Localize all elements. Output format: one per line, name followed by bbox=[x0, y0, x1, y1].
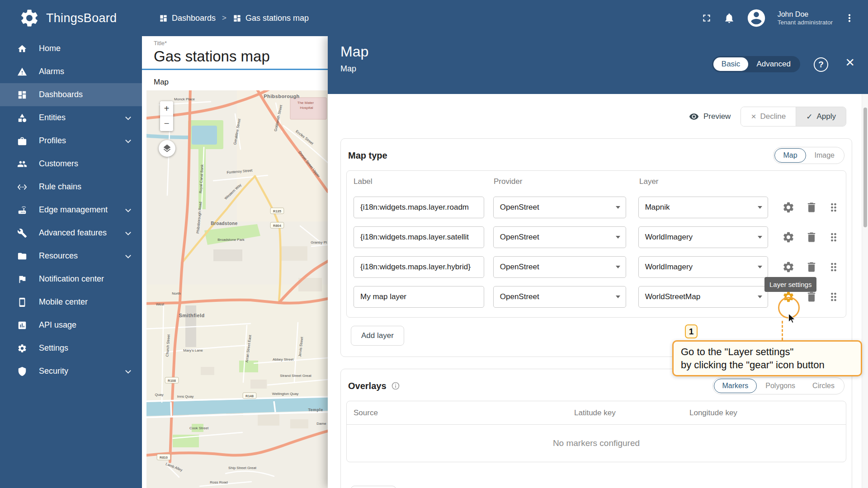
dashboards-icon bbox=[159, 14, 168, 23]
add-marker-button[interactable] bbox=[351, 486, 396, 488]
scrollbar[interactable] bbox=[862, 94, 868, 488]
mode-basic[interactable]: Basic bbox=[713, 57, 749, 71]
trash-icon bbox=[805, 261, 818, 273]
provider-select[interactable]: OpenStreet bbox=[493, 197, 626, 218]
breadcrumb-current[interactable]: Gas stations map bbox=[233, 14, 309, 23]
drag-handle[interactable] bbox=[825, 288, 843, 306]
layer-select[interactable]: Mapnik bbox=[638, 197, 768, 218]
drag-indicator-icon bbox=[827, 261, 840, 273]
fullscreen-icon bbox=[701, 12, 712, 24]
svg-text:Phibsborough: Phibsborough bbox=[264, 94, 299, 99]
map-type-heading: Map type bbox=[348, 150, 387, 161]
layer-label-field[interactable] bbox=[354, 197, 484, 218]
dropdown-arrow-icon bbox=[616, 236, 620, 239]
toggle-circles[interactable]: Circles bbox=[804, 379, 843, 393]
layer-select[interactable]: WorldImagery bbox=[638, 226, 768, 248]
svg-text:Wellington Quay: Wellington Quay bbox=[272, 392, 299, 396]
provider-select[interactable]: OpenStreet bbox=[493, 226, 626, 248]
dropdown-arrow-icon bbox=[758, 296, 762, 298]
layer-select[interactable]: WorldStreetMap bbox=[638, 286, 768, 308]
table-row: OpenStreet Mapnik bbox=[347, 192, 846, 222]
more-menu-button[interactable] bbox=[844, 12, 855, 24]
delete-layer-button[interactable] bbox=[802, 258, 821, 276]
entities-icon bbox=[17, 113, 27, 123]
sidebar-item-entities[interactable]: Entities bbox=[0, 106, 142, 129]
close-icon[interactable]: × bbox=[845, 54, 854, 70]
preview-button[interactable]: Preview bbox=[689, 112, 731, 122]
svg-text:North: North bbox=[172, 291, 181, 296]
fullscreen-button[interactable] bbox=[701, 12, 712, 24]
chevron-down-icon bbox=[125, 137, 131, 143]
sidebar-item-notification-center[interactable]: Notification center bbox=[0, 267, 142, 291]
dropdown-arrow-icon bbox=[616, 266, 620, 268]
drag-handle[interactable] bbox=[825, 228, 843, 246]
svg-text:R810: R810 bbox=[160, 455, 168, 460]
account-circle-icon bbox=[746, 8, 767, 28]
drag-handle[interactable] bbox=[825, 258, 843, 276]
help-button[interactable]: ? bbox=[814, 57, 828, 72]
decline-button[interactable]: × Decline bbox=[741, 107, 796, 126]
sidebar-item-advanced-features[interactable]: Advanced features bbox=[0, 221, 142, 244]
layer-label-field[interactable] bbox=[354, 286, 484, 308]
add-layer-button[interactable]: Add layer bbox=[351, 326, 404, 346]
toggle-polygons[interactable]: Polygons bbox=[757, 379, 804, 393]
sidebar-item-security[interactable]: Security bbox=[0, 360, 142, 383]
chart-icon bbox=[17, 320, 27, 330]
dashboard-title-field[interactable]: Title* Gas stations map bbox=[142, 36, 328, 70]
sidebar-item-customers[interactable]: Customers bbox=[0, 152, 142, 175]
chevron-down-icon bbox=[125, 206, 131, 212]
warning-icon bbox=[17, 67, 27, 77]
apply-button[interactable]: ✓ Apply bbox=[796, 107, 846, 126]
app-window: ThingsBoard Dashboards > Gas stations ma… bbox=[0, 0, 868, 488]
toggle-image[interactable]: Image bbox=[806, 148, 843, 163]
sidebar-item-settings[interactable]: Settings bbox=[0, 337, 142, 360]
provider-select[interactable]: OpenStreet bbox=[493, 286, 626, 308]
zoom-out-button[interactable]: − bbox=[160, 116, 173, 131]
annotation-step-badge: 1 bbox=[685, 324, 698, 338]
scrollbar-thumb[interactable] bbox=[863, 108, 867, 227]
layer-label-field[interactable] bbox=[354, 226, 484, 248]
sidebar-item-resources[interactable]: Resources bbox=[0, 244, 142, 267]
layer-select[interactable]: WorldImagery bbox=[638, 256, 768, 278]
toggle-map[interactable]: Map bbox=[774, 148, 806, 163]
sidebar-item-home[interactable]: Home bbox=[0, 37, 142, 60]
zoom-in-button[interactable]: + bbox=[160, 101, 173, 116]
layer-settings-button[interactable] bbox=[780, 228, 798, 246]
delete-layer-button[interactable] bbox=[802, 198, 821, 216]
sidebar-item-mobile-center[interactable]: Mobile center bbox=[0, 291, 142, 314]
drag-indicator-icon bbox=[827, 201, 840, 214]
sidebar-item-dashboards[interactable]: Dashboards bbox=[0, 83, 142, 106]
cursor-icon bbox=[786, 313, 798, 324]
map-layers-button[interactable] bbox=[159, 140, 175, 157]
svg-text:Ship Street Great: Ship Street Great bbox=[228, 466, 257, 470]
check-icon: ✓ bbox=[806, 112, 812, 122]
drag-handle[interactable] bbox=[825, 198, 843, 216]
sidebar-item-profiles[interactable]: Profiles bbox=[0, 129, 142, 152]
map-widget[interactable]: PhibsboroughThe MaterHospitalMonck Place… bbox=[146, 90, 328, 488]
breadcrumb-dashboards[interactable]: Dashboards bbox=[159, 14, 216, 23]
folder-icon bbox=[17, 251, 27, 261]
svg-text:Ross Road: Ross Road bbox=[210, 480, 228, 484]
sidebar-item-alarms[interactable]: Alarms bbox=[0, 60, 142, 83]
layer-label-field[interactable] bbox=[354, 256, 484, 278]
sidebar-item-rule-chains[interactable]: Rule chains bbox=[0, 175, 142, 198]
gear-icon bbox=[782, 231, 795, 244]
avatar[interactable] bbox=[746, 8, 767, 28]
provider-select[interactable]: OpenStreet bbox=[493, 256, 626, 278]
sidebar-item-edge-management[interactable]: Edge management bbox=[0, 198, 142, 221]
delete-layer-button[interactable] bbox=[802, 228, 821, 246]
notifications-button[interactable] bbox=[723, 12, 735, 24]
wrench-icon bbox=[17, 228, 27, 238]
mode-advanced[interactable]: Advanced bbox=[748, 57, 799, 71]
thingsboard-logo-icon bbox=[19, 8, 40, 28]
svg-text:Abbey Street: Abbey Street bbox=[273, 357, 294, 361]
layer-settings-button[interactable] bbox=[780, 258, 798, 276]
overlays-card: Overlays Markers Polygons Circles Source… bbox=[340, 369, 852, 488]
toggle-markers[interactable]: Markers bbox=[714, 379, 757, 393]
sidebar-item-api-usage[interactable]: API usage bbox=[0, 314, 142, 337]
svg-text:The Mater: The Mater bbox=[297, 101, 314, 105]
svg-text:Monck Place: Monck Place bbox=[174, 97, 195, 101]
layer-settings-button[interactable] bbox=[780, 198, 798, 216]
brand[interactable]: ThingsBoard bbox=[19, 8, 117, 28]
title-field-value: Gas stations map bbox=[154, 48, 270, 65]
